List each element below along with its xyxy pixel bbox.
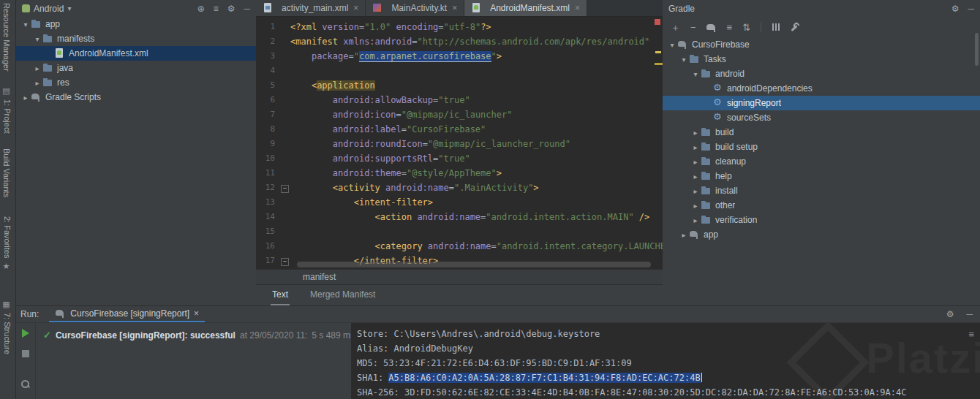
code-line[interactable]: 16 <category android:name="android.inten… <box>256 239 663 254</box>
run-console[interactable]: Store: C:\Users\Andres\.android\debug.ke… <box>351 323 980 399</box>
detach-minus-icon[interactable]: − <box>690 23 696 32</box>
tree-item-other[interactable]: ▸other <box>663 198 980 213</box>
editor-mode-tab-merged-manifest[interactable]: Merged Manifest <box>309 285 377 305</box>
code-line[interactable]: 8 android:label="CursoFirebase" <box>256 122 663 137</box>
console-line[interactable]: SHA1: A5:B8:A6:C0:A2:0A:5A:28:87:F7:C1:B… <box>357 370 980 385</box>
console-line[interactable]: MD5: 53:23:4F:21:72:E6:D4:63:DF:95:BD:C9… <box>357 356 980 370</box>
tree-item-signingreport[interactable]: signingReport <box>663 96 980 110</box>
chevron-down-icon[interactable]: ▾ <box>690 70 701 78</box>
collapse-all-icon[interactable]: ≡ <box>727 23 733 32</box>
chevron-right-icon[interactable]: ▸ <box>690 129 701 137</box>
tree-item-androidmanifest-xml[interactable]: AndroidManifest.xml <box>16 46 256 61</box>
tree-item-androiddependencies[interactable]: androidDependencies <box>663 81 980 96</box>
run-status-line[interactable]: ✓ CursoFirebase [signingReport]: success… <box>43 330 358 341</box>
code-line[interactable]: 3 package="com.arpanet.cursofirebase"> <box>256 49 663 64</box>
tree-item-res[interactable]: ▸res <box>16 75 256 90</box>
code-line[interactable]: 5 <application <box>256 78 663 93</box>
console-line[interactable]: Alias: AndroidDebugKey <box>357 341 980 356</box>
editor-tab-mainactivity-kt[interactable]: MainActivity.kt× <box>366 0 464 16</box>
editor-tab-activity-main-xml[interactable]: activity_main.xml× <box>256 0 366 16</box>
horizontal-scrollbar[interactable] <box>297 262 651 267</box>
breadcrumb[interactable]: manifest <box>303 272 336 282</box>
tree-item-app[interactable]: ▾app <box>16 17 256 31</box>
fold-icon[interactable]: − <box>281 258 289 266</box>
code-line[interactable]: 9 android:roundIcon="@mipmap/ic_launcher… <box>256 137 663 151</box>
fold-icon[interactable]: − <box>281 185 289 193</box>
code-line[interactable]: 14 <action android:name="android.intent.… <box>256 210 663 224</box>
close-icon[interactable]: × <box>452 3 457 13</box>
hide-toolwindow-icon[interactable]: ─ <box>966 310 973 319</box>
chevron-right-icon[interactable]: ▸ <box>679 231 689 239</box>
execute-gradle-task-icon[interactable] <box>706 23 717 32</box>
tree-item-gradle-scripts[interactable]: ▸Gradle Scripts <box>16 90 256 104</box>
chevron-down-icon[interactable]: ▾ <box>20 20 31 28</box>
fold-marker[interactable]: − <box>279 180 290 195</box>
code-line[interactable]: 7 android:icon="@mipmap/ic_launcher" <box>256 107 663 122</box>
chevron-right-icon[interactable]: ▸ <box>32 79 42 87</box>
code-line[interactable]: 1<?xml version="1.0" encoding="utf-8"?> <box>256 20 663 34</box>
code-line[interactable]: 10 android:supportsRtl="true" <box>256 151 663 166</box>
locate-file-icon[interactable]: ⊕ <box>197 4 205 13</box>
chevron-down-icon[interactable]: ▾ <box>32 35 42 43</box>
tree-item-app[interactable]: ▸app <box>663 227 980 242</box>
project-view-selector[interactable]: Android <box>34 4 64 14</box>
tree-item-manifests[interactable]: ▾manifests <box>16 31 256 46</box>
close-icon[interactable]: × <box>575 3 580 13</box>
chevron-right-icon[interactable]: ▸ <box>690 187 701 195</box>
chevron-right-icon[interactable]: ▸ <box>20 94 31 102</box>
warning-stripe-mark[interactable] <box>655 51 661 53</box>
error-stripe-mark[interactable] <box>655 19 660 25</box>
code-line[interactable]: 2<manifest xmlns:android="http://schemas… <box>256 34 663 49</box>
chevron-down-icon[interactable]: ▾ <box>667 41 677 49</box>
gear-icon[interactable]: ⚙ <box>227 4 235 13</box>
code-line[interactable]: 12− <activity android:name=".MainActivit… <box>256 180 663 195</box>
code-editor[interactable]: 1<?xml version="1.0" encoding="utf-8"?>2… <box>256 16 663 269</box>
tree-item-sourcesets[interactable]: sourceSets <box>663 110 980 125</box>
warning-stripe-mark[interactable] <box>655 63 663 65</box>
chevron-right-icon[interactable]: ▸ <box>690 143 701 151</box>
console-line[interactable]: Store: C:\Users\Andres\.android\debug.ke… <box>357 327 980 341</box>
stop-icon[interactable] <box>22 350 29 357</box>
toolwindow-button-resource-manager[interactable]: Resource Manager <box>2 3 11 72</box>
chevron-down-icon[interactable]: ▾ <box>67 4 71 12</box>
tree-item-install[interactable]: ▸install <box>663 183 980 198</box>
tree-item-java[interactable]: ▸java <box>16 61 256 75</box>
run-tab[interactable]: CursoFirebase [signingReport] × <box>49 306 205 322</box>
chevron-right-icon[interactable]: ▸ <box>32 64 42 72</box>
soft-wrap-icon[interactable]: ≡ <box>968 329 974 340</box>
offline-mode-icon[interactable] <box>772 23 780 31</box>
toolwindow-button-build-variants[interactable]: Build Variants <box>2 148 11 197</box>
console-line[interactable]: SHA-256: 3D:FD:50:62:6E:82:CE:33:4E:4D:B… <box>357 385 980 399</box>
chevron-right-icon[interactable]: ▸ <box>690 158 701 166</box>
chevron-right-icon[interactable]: ▸ <box>690 216 701 224</box>
close-icon[interactable]: × <box>194 308 199 319</box>
fold-marker[interactable]: − <box>279 254 290 268</box>
collapse-all-icon[interactable]: ≡ <box>214 4 219 13</box>
close-icon[interactable]: × <box>353 3 358 13</box>
vertical-scrollbar[interactable] <box>975 33 979 66</box>
rerun-icon[interactable] <box>22 329 29 338</box>
tree-item-help[interactable]: ▸help <box>663 169 980 183</box>
gradle-settings-wrench-icon[interactable] <box>791 23 800 32</box>
code-line[interactable]: 6 android:allowBackup="true" <box>256 93 663 107</box>
search-icon[interactable] <box>21 380 30 389</box>
editor-mode-tab-text[interactable]: Text <box>271 285 290 305</box>
tree-item-build[interactable]: ▸build <box>663 125 980 140</box>
tree-item-cleanup[interactable]: ▸cleanup <box>663 154 980 169</box>
toolwindow-button-7-structure[interactable]: ▦7: Structure <box>2 300 12 354</box>
editor-tab-androidmanifest-xml[interactable]: AndroidManifest.xml× <box>464 0 587 16</box>
code-line[interactable]: 11 android:theme="@style/AppTheme"> <box>256 166 663 180</box>
hide-toolwindow-icon[interactable]: ─ <box>968 4 974 13</box>
code-line[interactable]: 15 <box>256 224 663 239</box>
toolwindow-button-1-project[interactable]: ▤1: Project <box>2 86 12 133</box>
tree-item-verification[interactable]: ▸verification <box>663 213 980 227</box>
expand-collapse-icon[interactable]: ⇅ <box>742 23 750 32</box>
chevron-down-icon[interactable]: ▾ <box>679 56 689 64</box>
tree-item-build-setup[interactable]: ▸build setup <box>663 140 980 154</box>
code-line[interactable]: 4 <box>256 64 663 78</box>
gear-icon[interactable]: ⚙ <box>951 4 960 13</box>
hide-toolwindow-icon[interactable]: ─ <box>244 4 250 13</box>
code-line[interactable]: 13 <intent-filter> <box>256 195 663 210</box>
chevron-right-icon[interactable]: ▸ <box>690 202 701 210</box>
chevron-right-icon[interactable]: ▸ <box>690 172 701 180</box>
